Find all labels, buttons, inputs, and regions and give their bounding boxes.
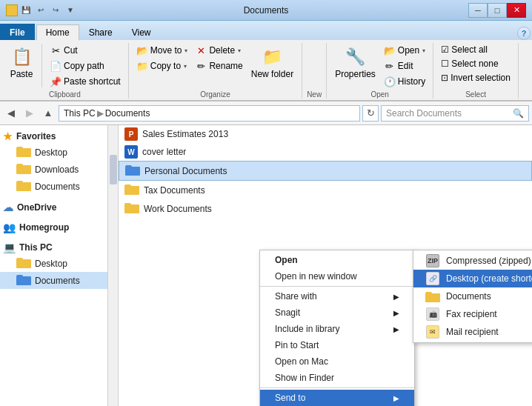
qat-undo[interactable]: ↩ [34,4,47,17]
sidebar-item-onedrive[interactable]: ☁ OneDrive [0,199,118,215]
ctx-open[interactable]: Open [260,252,414,268]
pc-desktop-label: Desktop [35,259,67,269]
forward-button[interactable]: ▶ [21,105,38,122]
sidebar-item-documents[interactable]: Documents [0,178,118,195]
close-button[interactable]: ✕ [507,3,526,18]
ribbon: File Home Share View ? 📋 Paste ✂ Cut [0,21,532,102]
delete-label: Delete [209,45,235,56]
sidebar-item-desktop[interactable]: Desktop [0,144,118,161]
up-button[interactable]: ▲ [40,105,56,122]
maximize-button[interactable]: □ [488,3,507,18]
ctx-include-library-label: Include in library [275,324,393,334]
history-button[interactable]: 🕐 History [381,74,428,89]
refresh-button[interactable]: ↻ [362,105,379,122]
sidebar-item-thispc[interactable]: 💻 This PC [0,239,118,255]
minimize-button[interactable]: ─ [468,3,488,18]
ctx-include-arrow: ▶ [393,325,399,333]
select-none-button[interactable]: ☐ Select none [438,57,513,70]
edit-button[interactable]: ✏ Edit [381,59,428,73]
sidebar-scroll-thumb [110,155,117,184]
paste-shortcut-button[interactable]: 📌 Paste shortcut [47,74,124,89]
ctx-send-to[interactable]: Send to ▶ [260,390,414,406]
new-folder-button[interactable]: 📁 New folder [247,43,297,81]
sidebar-item-pc-documents[interactable]: Documents [0,272,118,289]
qat-save[interactable]: 💾 [19,4,33,17]
clipboard-sep [41,44,42,87]
pc-documents-label: Documents [35,276,80,286]
history-label: History [398,76,425,87]
ctx-pin-start[interactable]: Pin to Start [260,337,414,353]
open-group: 🔧 Properties 📂 Open ▾ ✏ Edit 🕐 [327,43,433,99]
copy-to-label: Copy to [150,61,181,71]
send-to-submenu: ZIP Compressed (zipped) folder 🔗 Desktop… [413,250,532,343]
address-path[interactable]: This PC ▶ Documents [59,105,360,122]
sidebar-item-pc-desktop[interactable]: Desktop [0,255,118,272]
rename-icon: ✏ [195,60,207,72]
new-folder-label: New folder [251,69,293,79]
open-button[interactable]: 📂 Open ▾ [381,43,428,58]
path-part-1: This PC [64,108,96,119]
sub-fax[interactable]: 📠 Fax recipient [413,305,532,323]
delete-button[interactable]: ✕ Delete ▾ [192,43,245,58]
select-group-content: ☑ Select all ☐ Select none ⊡ Invert sele… [438,43,513,89]
onedrive-label: OneDrive [17,202,56,213]
select-all-button[interactable]: ☑ Select all [438,43,513,56]
sub-desktop-shortcut[interactable]: 🔗 Desktop (create shortcut) › [413,270,532,287]
move-to-button[interactable]: 📂 Move to ▾ [133,43,191,58]
ctx-open-mac[interactable]: Open on Mac [260,353,414,370]
properties-button[interactable]: 🔧 Properties [331,43,379,81]
file-item-tax[interactable]: Tax Documents [119,181,532,199]
open-arrow: ▾ [422,47,425,54]
help-button[interactable]: ? [517,27,531,40]
ctx-include-library[interactable]: Include in library ▶ [260,321,414,337]
sub-documents[interactable]: Documents [413,287,532,305]
file-item-sales[interactable]: P Sales Estimates 2013 [119,125,532,143]
ribbon-content: 📋 Paste ✂ Cut 📄 Copy path 📌 Paste [0,40,532,101]
rename-button[interactable]: ✏ Rename [192,59,245,73]
ctx-show-finder[interactable]: Show in Finder [260,370,414,386]
copy-to-arrow: ▾ [184,63,187,70]
work-icon [124,202,139,216]
paste-button[interactable]: 📋 Paste [6,43,37,81]
ctx-open-new-window[interactable]: Open in new window [260,268,414,284]
move-to-icon: 📂 [136,44,148,56]
sidebar-item-homegroup[interactable]: 👥 Homegroup [0,219,118,235]
tab-share[interactable]: Share [79,24,122,40]
thispc-label: This PC [19,242,53,253]
delete-arrow: ▾ [238,47,241,54]
file-item-work[interactable]: Work Documents [119,199,532,218]
mail-icon: ✉ [425,326,440,338]
clipboard-small-stack: ✂ Cut 📄 Copy path 📌 Paste shortcut [47,43,124,89]
sidebar-item-favorites[interactable]: ★ Favorites [0,128,118,144]
sub-compressed[interactable]: ZIP Compressed (zipped) folder [413,252,532,270]
qat-more[interactable]: ▼ [64,4,77,17]
copy-to-button[interactable]: 📁 Copy to ▾ [133,59,191,73]
tab-home[interactable]: Home [36,24,79,41]
search-box[interactable]: Search Documents 🔍 [381,105,529,122]
desktop-shortcut-label: Desktop (create shortcut) [446,273,532,284]
new-folder-icon: 📁 [260,45,284,69]
sidebar-item-downloads[interactable]: Downloads [0,161,118,178]
paste-shortcut-label: Paste shortcut [64,76,121,87]
thispc-icon: 💻 [3,242,16,253]
ctx-share-with[interactable]: Share with ▶ [260,288,414,304]
organize-group: 📂 Move to ▾ 📁 Copy to ▾ ✕ Delete ▾ [129,43,302,99]
file-item-personal[interactable]: Personal Documents [119,161,532,181]
copy-button[interactable]: ✂ Cut [47,43,124,58]
tab-view[interactable]: View [122,24,161,40]
file-item-cover[interactable]: W cover letter [119,143,532,161]
desktop-shortcut-icon: 🔗 [425,273,440,284]
tab-file[interactable]: File [0,24,35,40]
back-button[interactable]: ◀ [3,105,19,122]
clipboard-group: 📋 Paste ✂ Cut 📄 Copy path 📌 Paste [1,43,129,99]
sidebar-scrollbar[interactable] [107,125,118,406]
homegroup-icon: 👥 [3,222,16,233]
sub-mail[interactable]: ✉ Mail recipient [413,323,532,341]
compressed-label: Compressed (zipped) folder [446,256,532,266]
ctx-snagit[interactable]: Snagit ▶ [260,304,414,321]
search-placeholder: Search Documents [386,108,462,119]
app-icon [6,4,18,16]
invert-selection-button[interactable]: ⊡ Invert selection [438,71,513,84]
qat-redo[interactable]: ↪ [49,4,62,17]
copy-path-button[interactable]: 📄 Copy path [47,59,124,73]
